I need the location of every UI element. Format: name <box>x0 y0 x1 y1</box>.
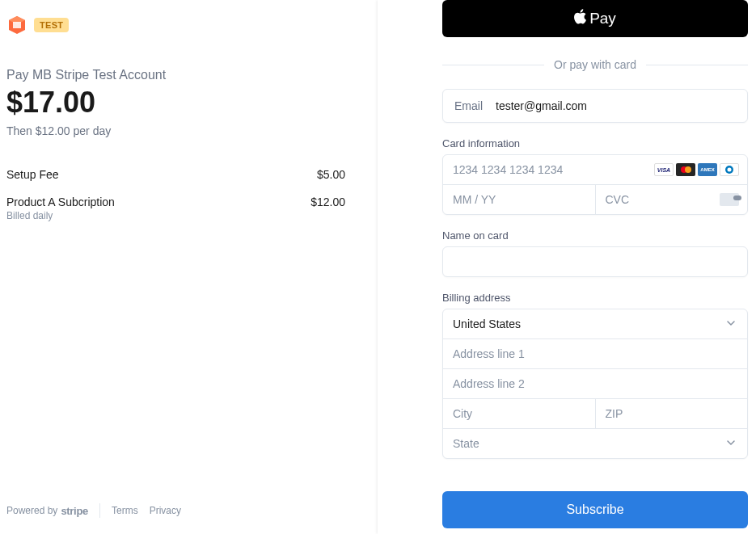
privacy-link[interactable]: Privacy <box>150 505 181 516</box>
payment-panel: Pay Or pay with card Email Card informat… <box>378 0 756 534</box>
state-select[interactable]: State <box>443 429 747 458</box>
line-item: Setup Fee $5.00 <box>6 168 345 183</box>
recurring-note: Then $12.00 per day <box>6 124 345 137</box>
line-item-label: Product A Subcription <box>6 196 115 208</box>
zip-input[interactable] <box>596 399 748 428</box>
cvc-card-icon <box>720 193 739 206</box>
test-badge: TEST <box>34 18 69 32</box>
card-expiry-input[interactable] <box>443 185 595 214</box>
footer: Powered by stripe Terms Privacy <box>6 503 345 518</box>
country-select[interactable]: United States <box>443 309 747 338</box>
divider <box>99 503 100 518</box>
card-field-group: Card information VISA AMEX <box>442 137 748 215</box>
name-input[interactable] <box>443 247 747 276</box>
line-item: Product A Subcription $12.00 Billed dail… <box>6 196 345 238</box>
line-item-price: $5.00 <box>317 168 345 181</box>
address-line1-input[interactable] <box>443 339 747 368</box>
total-amount: $17.00 <box>6 86 345 120</box>
mastercard-icon <box>676 163 695 176</box>
line-item-price: $12.00 <box>310 196 345 208</box>
amex-icon: AMEX <box>698 163 717 176</box>
apple-logo-icon <box>574 9 587 28</box>
pay-with-card-divider: Or pay with card <box>442 58 748 71</box>
name-field-group: Name on card <box>442 229 748 277</box>
email-label: Email <box>454 99 483 112</box>
terms-link[interactable]: Terms <box>112 505 138 516</box>
billing-field-group: Billing address United States <box>442 292 748 459</box>
visa-icon: VISA <box>654 163 674 176</box>
powered-by-text: Powered by <box>6 505 57 516</box>
svg-point-1 <box>728 168 732 172</box>
apple-pay-label: Pay <box>589 10 616 27</box>
email-input[interactable] <box>496 99 736 112</box>
header: TEST <box>6 15 345 36</box>
apple-pay-button[interactable]: Pay <box>442 0 748 37</box>
line-item-label: Setup Fee <box>6 168 59 181</box>
diners-icon <box>720 163 739 176</box>
billing-label: Billing address <box>442 292 748 304</box>
divider-text: Or pay with card <box>544 58 646 71</box>
name-label: Name on card <box>442 229 748 242</box>
stripe-logo: stripe <box>61 505 88 517</box>
card-brand-icons: VISA AMEX <box>654 163 739 176</box>
card-section-label: Card information <box>442 137 748 149</box>
summary-panel: TEST Pay MB Stripe Test Account $17.00 T… <box>0 0 378 534</box>
city-input[interactable] <box>443 399 595 428</box>
email-field-group: Email <box>442 89 748 123</box>
powered-by: Powered by stripe <box>6 505 88 517</box>
pay-to-title: Pay MB Stripe Test Account <box>6 68 345 82</box>
line-item-sublabel: Billed daily <box>6 210 345 221</box>
address-line2-input[interactable] <box>443 369 747 398</box>
subscribe-button[interactable]: Subscribe <box>442 491 748 528</box>
merchant-logo-icon <box>6 15 27 36</box>
